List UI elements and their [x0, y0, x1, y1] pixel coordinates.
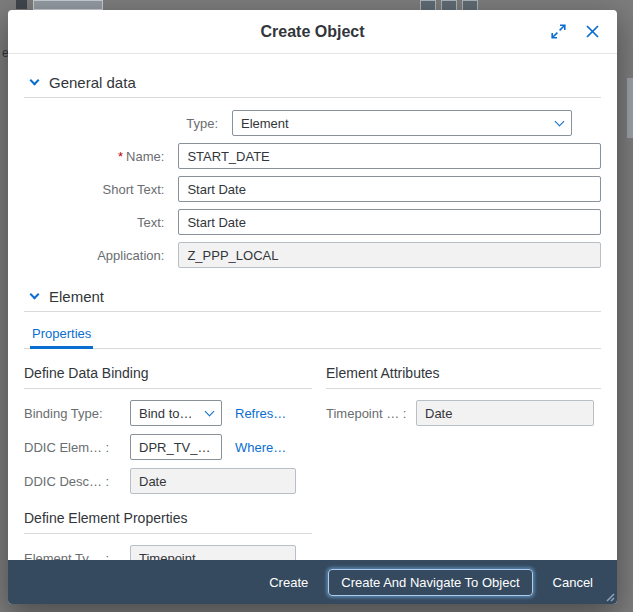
row-ddic-element: DDIC Elem… : Where…	[24, 434, 312, 460]
chevron-down-icon	[205, 407, 215, 417]
tab-strip: Properties	[24, 318, 601, 349]
refresh-link[interactable]: Refres…	[235, 406, 286, 421]
required-asterisk: *	[118, 149, 123, 164]
dialog-footer: Create Create And Navigate To Object Can…	[8, 560, 617, 604]
element-type-label: Element Ty… :	[24, 551, 130, 561]
name-label: *Name:	[24, 149, 178, 164]
chevron-down-icon	[555, 117, 565, 127]
dialog-title: Create Object	[68, 23, 557, 41]
application-input	[178, 242, 601, 268]
create-button[interactable]: Create	[259, 569, 318, 596]
type-select[interactable]: Element	[232, 110, 572, 136]
resize-grip-icon[interactable]	[604, 591, 615, 602]
ddic-description-input	[130, 468, 296, 494]
application-label: Application:	[24, 248, 178, 263]
background-fragment-inputbox	[33, 0, 103, 10]
text-input[interactable]	[178, 209, 601, 235]
ddic-element-label: DDIC Elem… :	[24, 440, 130, 455]
name-input[interactable]	[178, 143, 601, 169]
dialog-body: General data Type: Element *Name: Short …	[8, 54, 617, 560]
properties-columns: Define Data Binding Binding Type: Bind t…	[24, 365, 601, 560]
expand-icon-glyph	[551, 24, 566, 39]
type-label: Type:	[24, 116, 232, 131]
close-icon[interactable]	[579, 19, 605, 45]
form-row-short-text: Short Text:	[24, 176, 601, 202]
dialog-header: Create Object	[8, 10, 617, 54]
binding-type-select[interactable]: Bind to…	[130, 400, 222, 426]
binding-type-value: Bind to…	[139, 406, 206, 421]
general-data-form: Type: Element *Name: Short Text: Text:	[24, 110, 601, 268]
background-fragment-bar	[627, 78, 633, 138]
row-ddic-description: DDIC Desc… :	[24, 468, 312, 494]
row-binding-type: Binding Type: Bind to… Refres…	[24, 400, 312, 426]
section-element-title: Element	[49, 288, 104, 305]
section-general-data[interactable]: General data	[24, 68, 601, 98]
element-type-input	[130, 545, 296, 560]
name-label-text: Name:	[126, 149, 164, 164]
section-general-title: General data	[49, 74, 136, 91]
row-element-type: Element Ty… :	[24, 545, 312, 560]
form-row-application: Application:	[24, 242, 601, 268]
close-icon-glyph	[586, 25, 599, 38]
create-and-navigate-button[interactable]: Create And Navigate To Object	[328, 569, 532, 596]
form-row-text: Text:	[24, 209, 601, 235]
define-data-binding-header: Define Data Binding	[24, 365, 312, 389]
cancel-button[interactable]: Cancel	[543, 569, 603, 596]
expand-icon[interactable]	[545, 19, 571, 45]
element-attributes-column: Element Attributes Timepoint … :	[326, 365, 601, 560]
binding-type-label: Binding Type:	[24, 406, 130, 421]
form-row-type: Type: Element	[24, 110, 601, 136]
element-attributes-header: Element Attributes	[326, 365, 601, 389]
ddic-description-label: DDIC Desc… :	[24, 474, 130, 489]
section-element[interactable]: Element	[24, 282, 601, 312]
where-used-link[interactable]: Where…	[235, 440, 286, 455]
short-text-input[interactable]	[178, 176, 601, 202]
define-element-properties-header: Define Element Properties	[24, 510, 312, 534]
ddic-element-input[interactable]	[130, 434, 222, 460]
chevron-down-icon	[30, 290, 40, 300]
row-timepoint: Timepoint … :	[326, 400, 601, 426]
chevron-down-icon	[30, 76, 40, 86]
timepoint-label: Timepoint … :	[326, 406, 416, 421]
create-object-dialog: Create Object General data Type	[8, 10, 617, 604]
background-fragment-dropdown	[16, 0, 27, 9]
data-binding-column: Define Data Binding Binding Type: Bind t…	[24, 365, 312, 560]
form-row-name: *Name:	[24, 143, 601, 169]
type-select-value: Element	[241, 116, 556, 131]
tab-properties[interactable]: Properties	[30, 318, 93, 349]
timepoint-input	[416, 400, 594, 426]
text-label: Text:	[24, 215, 178, 230]
short-text-label: Short Text:	[24, 182, 178, 197]
